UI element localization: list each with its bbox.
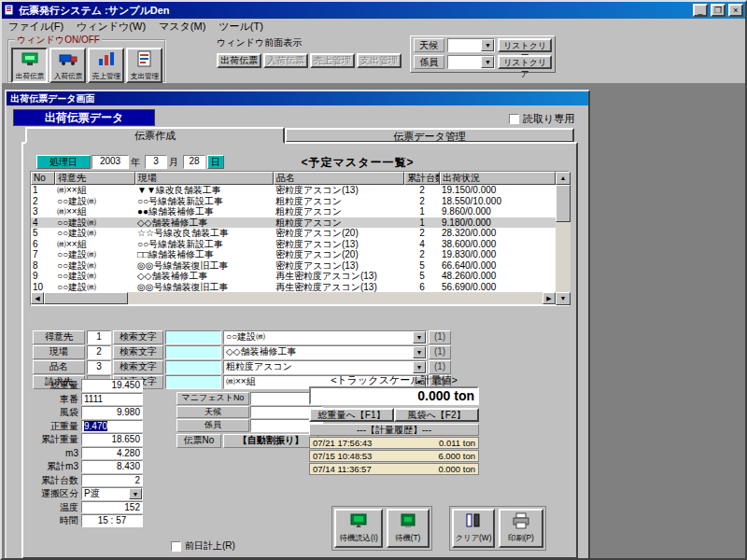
table-row[interactable]: 3㈱××組●●線舗装補修工事粗粒度アスコン19.860/0.000 — [31, 206, 556, 217]
field-value[interactable]: 152 — [81, 501, 143, 514]
field-label: 正重量 — [25, 420, 81, 433]
prev-day-checkbox[interactable] — [171, 541, 181, 552]
table-row[interactable]: 2○○建設㈱○○号線舗装新設工事粗粒度アスコン218.550/10.000 — [31, 196, 556, 207]
chevron-down-icon[interactable]: ▼ — [129, 488, 142, 499]
search-text-field[interactable] — [165, 360, 221, 374]
field-row-tare: 風袋 9.980 — [25, 406, 143, 419]
menu-master[interactable]: マスタ(M) — [152, 19, 212, 35]
lookup-row-product: 品名 3 検索文字 粗粒度アスコン▼ (1) — [33, 360, 451, 374]
process-month-field[interactable]: 3 — [145, 155, 167, 169]
chevron-down-icon[interactable]: ▼ — [413, 361, 426, 373]
toolbar: ウィンドウON/OFF 出荷伝票 入荷伝票 — [2, 34, 745, 84]
field-label: 総重量 — [25, 379, 81, 392]
lookup-combo[interactable]: 粗粒度アスコン▼ — [223, 360, 427, 374]
toolbar-arrival-slip-button[interactable]: 入荷伝票 — [49, 48, 86, 83]
field-value[interactable]: 4.280 — [81, 447, 143, 460]
col-header-site[interactable]: 現場 — [135, 172, 274, 185]
readonly-label: 読取り専用 — [523, 112, 574, 126]
tab-slip-create[interactable]: 伝票作成 — [25, 127, 285, 144]
field-value[interactable]: 9.470 — [81, 420, 143, 433]
transport-type-combo[interactable]: P渡▼ — [81, 487, 143, 500]
standby-load-button[interactable]: 待機読込(I) — [334, 509, 383, 548]
field-label: 温度 — [25, 501, 81, 514]
weather-combo[interactable]: ▼ — [447, 38, 496, 52]
slip-no-label: 伝票No — [176, 434, 221, 448]
col-header-product[interactable]: 品名 — [274, 172, 404, 185]
horizontal-scrollbar[interactable]: ◀ ▶ — [31, 292, 556, 304]
field-label: 係員 — [176, 419, 249, 432]
lookup-num-field[interactable]: 2 — [87, 345, 111, 359]
chevron-down-icon[interactable]: ▼ — [413, 346, 426, 358]
chevron-down-icon[interactable]: ▼ — [481, 39, 494, 51]
process-year-field[interactable]: 2003 — [92, 155, 129, 169]
table-row[interactable]: 5○○建設㈱☆☆号線改良舗装工事密粒度アスコン(20)228.320/0.000 — [31, 228, 556, 239]
toolbar-shipping-slip-button[interactable]: 出荷伝票 — [11, 48, 48, 83]
field-value[interactable]: 15 : 57 — [81, 514, 143, 527]
maximize-button[interactable]: ❐ — [711, 4, 726, 17]
scroll-up-icon[interactable]: ▲ — [556, 172, 571, 185]
table-row[interactable]: 7○○建設㈱□□線舗装補修工事密粒度アスコン(20)219.830/0.000 — [31, 249, 556, 260]
scroll-left-icon[interactable]: ◀ — [31, 292, 44, 304]
print-button[interactable]: 印刷(P) — [499, 509, 543, 548]
child-window-title[interactable]: 出荷伝票データ画面 — [7, 91, 588, 105]
col-header-customer[interactable]: 得意先 — [55, 172, 135, 185]
field-value[interactable]: 19.450 — [81, 379, 143, 392]
table-row[interactable]: 10○○建設㈱◎◎号線舗装復旧工事再生密粒度アスコン(13)656.690/0.… — [31, 282, 556, 293]
menu-tool[interactable]: ツール(T) — [212, 19, 270, 35]
search-text-field[interactable] — [165, 330, 221, 344]
standby-button[interactable]: 待機(T) — [387, 509, 430, 548]
lookup-combo[interactable]: ◇◇舗装補修工事▼ — [223, 345, 427, 359]
close-button[interactable]: × — [728, 4, 743, 17]
menu-window[interactable]: ウィンドウ(W) — [70, 19, 152, 35]
col-header-no[interactable]: No — [31, 172, 55, 185]
scrollbar-thumb[interactable] — [556, 185, 571, 222]
field-value[interactable]: 18.650 — [81, 433, 143, 446]
col-header-total[interactable]: 累計台数 — [404, 172, 440, 185]
field-label: m3 — [25, 447, 81, 460]
clear-button[interactable]: クリア(W) — [452, 509, 495, 548]
field-value[interactable]: 2 — [81, 474, 143, 487]
tab-slip-data-manage[interactable]: 伝票データ管理 — [285, 128, 574, 143]
field-label: 時間 — [25, 514, 81, 527]
app-icon — [4, 4, 16, 18]
field-label: マニフェストNo — [176, 392, 249, 405]
chevron-down-icon[interactable]: ▼ — [413, 331, 426, 343]
scrollbar-thumb[interactable] — [44, 292, 128, 304]
minimize-button[interactable]: _ — [693, 4, 708, 17]
printer-icon — [511, 512, 531, 532]
table-row[interactable]: 9○○建設㈱◇◇舗装補修工事再生密粒度アスコン(13)548.260/0.000 — [31, 271, 556, 282]
col-header-status[interactable]: 出荷状況 — [440, 172, 556, 185]
field-value[interactable]: 9.980 — [81, 406, 143, 419]
staff-list-clear-button[interactable]: リストクリア — [498, 55, 552, 69]
to-gross-button[interactable]: 総重量へ【F1】 — [309, 408, 394, 422]
toolbar-sales-mgmt-button[interactable]: 売上管理 — [88, 48, 124, 83]
table-row[interactable]: 6㈱××組○○号線舗装新設工事密粒度アスコン(13)438.600/0.000 — [31, 239, 556, 250]
to-tare-button[interactable]: 風袋へ【F2】 — [394, 408, 479, 422]
lookup-num-field[interactable]: 1 — [87, 330, 111, 344]
readonly-checkbox-row: 読取り専用 — [509, 112, 574, 126]
weather-list-clear-button[interactable]: リストクリア — [498, 38, 552, 52]
process-day-field[interactable]: 28 — [183, 155, 205, 169]
search-text-label: 検索文字 — [113, 345, 163, 359]
table-row[interactable]: 8○○建設㈱◎◎号線舗装復旧工事密粒度アスコン(13)566.640/0.000 — [31, 260, 556, 272]
table-row-selected[interactable]: 4○○建設㈱◇◇舗装補修工事粗粒度アスコン19.180/0.000 — [31, 217, 556, 229]
chevron-down-icon[interactable]: ▼ — [481, 56, 494, 68]
field-value[interactable]: 8.430 — [81, 460, 143, 473]
scroll-down-icon[interactable]: ▼ — [556, 292, 571, 305]
front-shipping-slip-button[interactable]: 出荷伝票 — [217, 53, 261, 68]
staff-combo[interactable]: ▼ — [447, 55, 496, 69]
scroll-right-icon[interactable]: ▶ — [543, 292, 556, 304]
field-value[interactable]: 1111 — [81, 393, 143, 406]
search-text-field[interactable] — [165, 345, 221, 359]
lookup-num-field[interactable]: 3 — [87, 360, 111, 374]
table-row[interactable]: 1㈱××組▼▼線改良舗装工事密粒度アスコン(13)219.150/0.000 — [31, 185, 556, 196]
vertical-scrollbar[interactable]: ▲ ▼ — [556, 172, 571, 305]
truck-scale-title: <トラックスケール計量値> — [302, 373, 486, 387]
lookup-combo[interactable]: ○○建設㈱▼ — [223, 330, 427, 344]
toolbar-expense-mgmt-button[interactable]: 支出管理 — [126, 48, 162, 83]
readonly-checkbox[interactable] — [509, 114, 519, 124]
search-text-field[interactable] — [165, 375, 221, 389]
menu-file[interactable]: ファイル(F) — [2, 19, 70, 35]
field-row-m3: m3 4.280 — [25, 447, 143, 460]
lookup-row-site: 現場 2 検索文字 ◇◇舗装補修工事▼ (1) — [33, 345, 451, 359]
